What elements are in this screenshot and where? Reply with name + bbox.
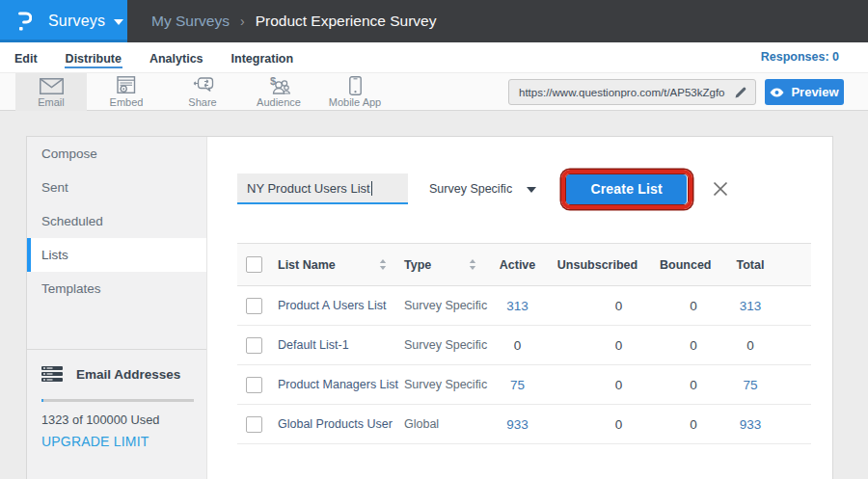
email-usage-progress — [41, 399, 194, 402]
email-addresses-section: Email Addresses 1323 of 100000 Used UPGR… — [27, 350, 206, 449]
toolbar-item-mobile-app[interactable]: Mobile App — [319, 73, 391, 111]
product-switcher-label: Surveys — [48, 13, 105, 30]
column-header-type[interactable]: Type — [404, 258, 431, 272]
sidebar-item-sent[interactable]: Sent — [27, 171, 206, 204]
cell-type: Survey Specific — [396, 286, 486, 326]
select-caret-icon — [527, 187, 536, 193]
text-cursor — [371, 181, 372, 196]
top-bar: Surveys My Surveys › Product Experience … — [0, 0, 868, 42]
cell-unsubscribed-count[interactable]: 0 — [615, 338, 623, 353]
cell-active-count[interactable]: 313 — [506, 299, 529, 313]
email-usage-progress-fill — [41, 399, 43, 402]
table-row: Product Managers List Survey Specific 75… — [237, 365, 811, 405]
survey-url-box — [508, 79, 756, 105]
questionpro-logo-icon — [18, 12, 32, 32]
cell-active-count[interactable]: 0 — [514, 338, 522, 353]
sidebar-item-scheduled[interactable]: Scheduled — [27, 204, 206, 238]
row-checkbox[interactable] — [246, 416, 262, 433]
row-checkbox[interactable] — [246, 298, 262, 314]
lists-card: Compose Sent Scheduled Lists Templates E… — [26, 136, 833, 479]
cell-type: Survey Specific — [396, 365, 486, 405]
sidebar-item-templates[interactable]: Templates — [27, 272, 206, 306]
cell-bounced-count[interactable]: 0 — [690, 338, 697, 353]
cell-total-count[interactable]: 313 — [740, 299, 762, 313]
cell-bounced-count[interactable]: 0 — [690, 417, 697, 432]
table-row: Default List-1 Survey Specific 0 0 0 0 — [237, 326, 811, 365]
distribute-sidebar: Compose Sent Scheduled Lists Templates E… — [27, 137, 207, 479]
toolbar-item-label: Share — [188, 96, 216, 108]
list-name-input-value: NY Product Users List — [247, 181, 370, 196]
toolbar-item-audience[interactable]: $ Audience — [243, 73, 314, 111]
toolbar-item-label: Mobile App — [329, 96, 381, 108]
close-create-list-button[interactable] — [713, 181, 728, 197]
row-checkbox[interactable] — [246, 377, 262, 393]
tab-distribute[interactable]: Distribute — [65, 47, 122, 68]
cell-list-name[interactable]: Product Managers List — [274, 365, 396, 405]
upgrade-limit-link[interactable]: UPGRADE LIMIT — [41, 434, 193, 449]
column-header-unsubscribed[interactable]: Unsubscribed — [549, 244, 660, 286]
select-all-checkbox[interactable] — [246, 256, 262, 273]
cell-type: Global — [396, 405, 486, 444]
eye-icon — [770, 88, 784, 97]
share-icon — [192, 76, 214, 95]
email-usage-text: 1323 of 100000 Used — [41, 412, 193, 427]
email-lists-table: List Name Type Active Unsubscribed Bounc… — [237, 243, 811, 444]
responses-count[interactable]: Responses: 0 — [761, 50, 839, 64]
sidebar-item-compose[interactable]: Compose — [27, 137, 206, 171]
toolbar-item-embed[interactable]: Embed — [91, 73, 162, 111]
create-list-button[interactable]: Create List — [566, 174, 687, 204]
cell-bounced-count[interactable]: 0 — [690, 378, 697, 392]
tab-edit[interactable]: Edit — [14, 47, 39, 68]
survey-url-input[interactable] — [519, 87, 734, 98]
cell-type: Survey Specific — [396, 326, 486, 365]
column-header-total[interactable]: Total — [727, 244, 811, 286]
logo-box[interactable]: Surveys — [0, 0, 127, 42]
column-header-active[interactable]: Active — [486, 244, 549, 286]
close-icon — [713, 181, 728, 197]
survey-tabs: Edit Distribute Analytics Integration Re… — [0, 42, 868, 72]
cell-unsubscribed-count[interactable]: 0 — [615, 378, 623, 392]
toolbar-item-email[interactable]: Email — [15, 73, 87, 111]
sidebar-item-lists[interactable]: Lists — [27, 238, 206, 272]
breadcrumb-my-surveys[interactable]: My Surveys — [151, 13, 230, 30]
sort-icon[interactable] — [469, 259, 476, 270]
email-addresses-title: Email Addresses — [76, 367, 180, 382]
table-row: Product A Users List Survey Specific 313… — [237, 286, 811, 326]
toolbar-item-label: Audience — [257, 96, 301, 108]
cell-active-count[interactable]: 933 — [506, 417, 529, 432]
embed-icon — [117, 76, 136, 95]
cell-unsubscribed-count[interactable]: 0 — [615, 299, 623, 313]
tab-integration[interactable]: Integration — [231, 47, 295, 68]
cell-list-name[interactable]: Product A Users List — [274, 286, 396, 326]
cell-list-name[interactable]: Default List-1 — [274, 326, 396, 365]
column-header-bounced[interactable]: Bounced — [660, 244, 727, 286]
breadcrumb-survey-title: Product Experience Survey — [256, 13, 437, 30]
cell-total-count[interactable]: 0 — [746, 338, 754, 353]
toolbar-item-label: Embed — [110, 96, 144, 108]
cell-total-count[interactable]: 933 — [740, 417, 762, 432]
breadcrumb-separator-icon: › — [240, 13, 245, 29]
breadcrumb: My Surveys › Product Experience Survey — [151, 13, 436, 30]
tab-analytics[interactable]: Analytics — [149, 47, 204, 68]
cell-bounced-count[interactable]: 0 — [690, 299, 697, 313]
list-type-select[interactable]: Survey Specific — [429, 182, 536, 196]
cell-list-name[interactable]: Global Products User — [274, 405, 396, 444]
product-switcher-caret-icon[interactable] — [114, 19, 123, 25]
cell-active-count[interactable]: 75 — [510, 378, 525, 392]
mobile-app-icon — [349, 76, 362, 95]
preview-button[interactable]: Preview — [765, 79, 844, 105]
row-checkbox[interactable] — [246, 337, 262, 354]
audience-icon: $ — [267, 76, 290, 95]
column-header-list-name[interactable]: List Name — [278, 258, 336, 272]
sort-icon[interactable] — [379, 259, 387, 270]
list-type-selected: Survey Specific — [429, 182, 512, 196]
preview-label: Preview — [791, 85, 838, 99]
cell-total-count[interactable]: 75 — [743, 378, 757, 392]
email-list-icon — [41, 366, 63, 383]
edit-url-pencil-icon[interactable] — [734, 86, 747, 99]
lists-panel: NY Product Users List Survey Specific Cr… — [207, 137, 832, 479]
toolbar-item-share[interactable]: Share — [167, 73, 238, 111]
cell-unsubscribed-count[interactable]: 0 — [615, 417, 623, 432]
list-name-input[interactable]: NY Product Users List — [237, 173, 408, 204]
table-row: Global Products User Global 933 0 0 933 — [237, 405, 811, 444]
